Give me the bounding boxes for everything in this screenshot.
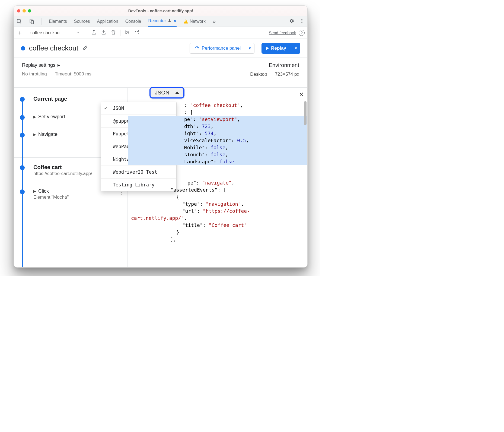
env-device: Desktop [250,72,267,77]
expand-icon: ▶ [33,132,36,136]
window-title: DevTools - coffee-cart.netlify.app/ [128,8,193,13]
tab-recorder-label: Recorder [148,18,166,23]
tab-network-label: Network [190,19,206,24]
scrollbar[interactable] [304,101,307,125]
step-sublabel: Element "Mocha" [33,195,124,200]
tab-recorder[interactable]: Recorder ✕ [148,16,177,27]
export-icon[interactable] [91,29,97,36]
tab-close-icon[interactable]: ✕ [173,18,177,24]
warning-icon [184,19,188,24]
device-toggle-icon[interactable] [29,19,34,24]
window-min[interactable] [23,9,26,12]
tab-sources[interactable]: Sources [74,16,90,27]
import-icon[interactable] [101,29,107,36]
tab-console[interactable]: Console [125,16,141,27]
svg-point-4 [301,20,302,21]
perf-panel-dropdown[interactable]: ▾ [245,43,254,53]
tab-elements[interactable]: Elements [49,16,67,27]
chevron-down-icon: ﹀ [76,30,80,35]
chevron-right-icon: ▸ [58,62,60,68]
svg-point-3 [301,19,302,20]
replay-button[interactable]: Replay ▾ [261,43,300,54]
svg-point-7 [197,48,197,49]
code-pane: ✕ ✓JSON @puppeteer/replay Puppeteer WebP… [128,88,307,267]
perf-panel-label: Performance panel [202,46,241,51]
settings-icon[interactable] [289,18,294,25]
svg-rect-2 [31,20,33,24]
environment-heading: Environment [269,62,299,68]
replay-dropdown[interactable]: ▾ [291,43,300,54]
tab-application[interactable]: Application [97,16,118,27]
expand-icon: ▶ [33,115,36,119]
svg-point-6 [138,33,139,34]
flask-icon [168,19,171,23]
expand-icon: ▶ [33,189,36,193]
tab-network[interactable]: Network [184,16,206,27]
code-editor[interactable]: : "coffee checkout", : [ pe": "setViewpo… [128,100,307,267]
svg-point-5 [301,22,302,23]
replay-settings-heading[interactable]: Replay settings▸ [22,62,91,68]
step-label: Click [38,188,49,194]
check-icon: ✓ [104,105,107,112]
recording-select[interactable]: coffee checkout ﹀ [26,27,85,39]
delete-icon[interactable] [110,29,116,36]
step-over-icon[interactable] [124,29,130,36]
step-icon[interactable] [134,29,140,36]
svg-rect-0 [17,19,21,23]
kebab-menu-icon[interactable] [299,18,305,25]
new-recording-icon[interactable]: ＋ [17,29,23,37]
feedback-link[interactable]: Send feedback [269,30,296,35]
window-max[interactable] [28,9,31,12]
close-icon[interactable]: ✕ [299,90,304,97]
help-icon[interactable]: ? [299,30,305,36]
recording-header: coffee checkout Performance panel ▾ Repl… [14,39,307,58]
recording-select-label: coffee checkout [30,30,61,35]
replay-settings-row: Replay settings▸ No throttling Timeout: … [14,58,307,88]
step-label: Current page [33,96,124,102]
recorder-toolbar: ＋ coffee checkout ﹀ Send feedback ? [14,27,307,39]
env-size: 723×574 px [275,72,299,77]
throttling-value: No throttling [22,71,47,77]
window-close[interactable] [17,9,20,12]
devtools-tabbar: Elements Sources Application Console Rec… [14,16,307,27]
recording-title: coffee checkout [29,44,78,52]
timeout-value: Timeout: 5000 ms [55,71,91,77]
tabs-more-icon[interactable]: » [213,18,216,24]
play-icon [266,47,269,50]
timeline-line [22,97,23,267]
step-label: Set viewport [38,114,65,120]
replay-label: Replay [271,46,286,51]
edit-icon[interactable] [82,45,88,52]
perf-panel-button[interactable]: Performance panel ▾ [190,43,255,54]
recording-status-dot [21,46,25,50]
step-label: Navigate [38,132,58,137]
inspect-icon[interactable] [17,19,22,24]
gauge-icon [194,45,200,52]
